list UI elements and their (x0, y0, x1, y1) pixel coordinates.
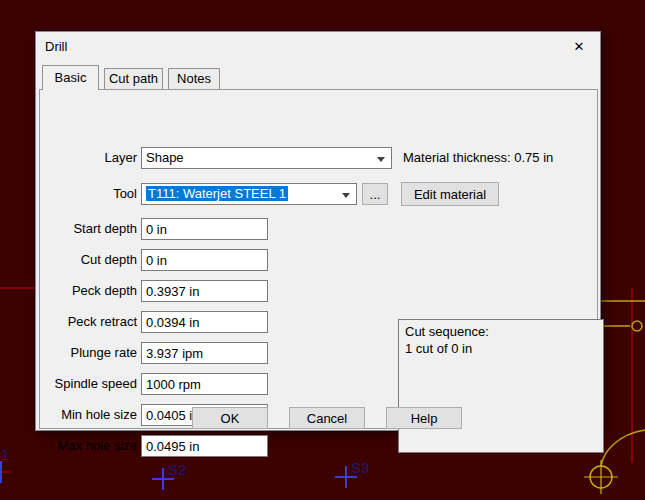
plunge-rate-input[interactable] (141, 342, 268, 364)
cad-yellow-curve (601, 430, 645, 466)
max-hole-size-label: Max hole size (42, 435, 137, 457)
layer-combobox[interactable]: Shape (141, 147, 392, 169)
basic-tab-pane: Layer Shape Material thickness: 0.75 in … (39, 89, 598, 429)
peck-retract-input[interactable] (141, 311, 268, 333)
material-thickness-text: Material thickness: 0.75 in (403, 147, 553, 169)
tab-cut-path[interactable]: Cut path (104, 68, 163, 89)
plunge-rate-label: Plunge rate (42, 342, 137, 364)
max-hole-size-input[interactable] (141, 435, 268, 457)
spindle-speed-label: Spindle speed (42, 373, 137, 395)
peck-depth-label: Peck depth (42, 280, 137, 302)
tool-combobox[interactable]: T111: Waterjet STEEL 1 (141, 183, 357, 205)
marker-label-s3: S3 (351, 459, 369, 476)
layer-label: Layer (42, 147, 137, 169)
start-depth-label: Start depth (42, 218, 137, 240)
cad-yellow-small-circle (632, 321, 642, 331)
spindle-speed-input[interactable] (141, 373, 268, 395)
cut-depth-input[interactable] (141, 249, 268, 271)
tool-combobox-value: T111: Waterjet STEEL 1 (146, 186, 288, 201)
marker-label-s1-partial: 1 (1, 446, 9, 463)
dialog-title: Drill (45, 39, 67, 54)
cut-sequence-box: Cut sequence: 1 cut of 0 in (398, 319, 604, 453)
help-button[interactable]: Help (386, 407, 462, 429)
cut-sequence-detail: 1 cut of 0 in (405, 340, 597, 357)
cut-sequence-title: Cut sequence: (405, 323, 597, 340)
edit-material-button[interactable]: Edit material (401, 182, 499, 206)
marker-label-s2: S2 (168, 461, 186, 478)
tool-label: Tool (42, 183, 137, 205)
tab-notes[interactable]: Notes (168, 68, 220, 89)
chevron-down-icon (377, 157, 385, 162)
dialog-titlebar[interactable]: Drill ✕ (36, 32, 600, 62)
min-hole-size-label: Min hole size (42, 404, 137, 426)
ok-button[interactable]: OK (192, 407, 268, 429)
cancel-button[interactable]: Cancel (289, 407, 365, 429)
close-icon[interactable]: ✕ (558, 32, 600, 61)
tool-browse-button[interactable]: ... (362, 183, 388, 205)
tab-basic[interactable]: Basic (42, 65, 99, 90)
start-depth-input[interactable] (141, 218, 268, 240)
peck-retract-label: Peck retract (42, 311, 137, 333)
target-marker-icon (584, 460, 618, 494)
peck-depth-input[interactable] (141, 280, 268, 302)
drill-dialog: Drill ✕ Basic Cut path Notes Layer Shape… (35, 31, 601, 431)
cut-depth-label: Cut depth (42, 249, 137, 271)
layer-combobox-value: Shape (146, 150, 184, 165)
chevron-down-icon (342, 193, 350, 198)
